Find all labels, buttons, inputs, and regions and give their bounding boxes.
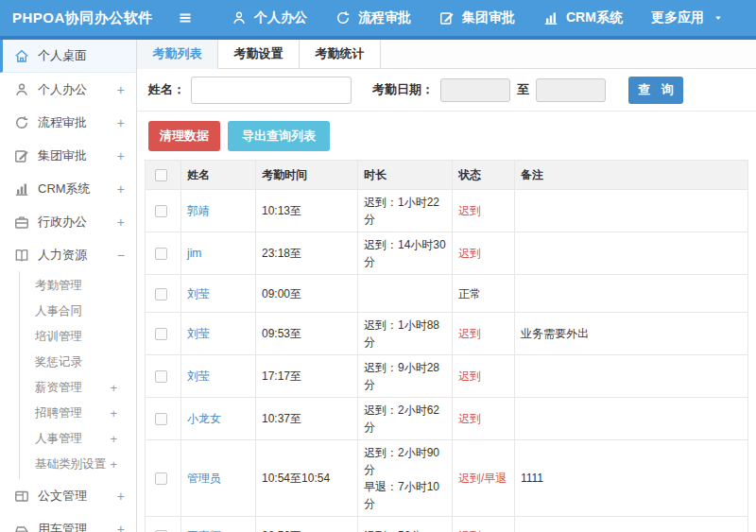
sidebar-subitem-personnel-contract[interactable]: 人事合同 xyxy=(20,299,136,324)
sidebar-subitem-attendance-management[interactable]: 考勤管理 xyxy=(20,273,136,299)
row-checkbox[interactable] xyxy=(155,472,167,485)
row-checkbox[interactable] xyxy=(155,288,167,300)
chart-icon xyxy=(14,181,29,197)
note-cell xyxy=(515,517,748,532)
attendance-time-cell: 08:56至 xyxy=(256,517,358,532)
top-nav-label: 集团审批 xyxy=(462,9,515,26)
expand-plus-icon[interactable]: + xyxy=(117,82,125,97)
tab-attendance-stats[interactable]: 考勤统计 xyxy=(300,40,381,68)
sidebar-item-group-approval[interactable]: 集团审批+ xyxy=(0,139,136,172)
tab-attendance-list[interactable]: 考勤列表 xyxy=(137,40,218,69)
tab-label: 考勤设置 xyxy=(234,46,284,60)
sidebar-item-crm-system[interactable]: CRM系统+ xyxy=(0,172,136,205)
employee-name-link[interactable]: 管理员 xyxy=(187,472,221,485)
sidebar-subitem-reward-punishment[interactable]: 奖惩记录 xyxy=(20,350,136,375)
employee-name-link[interactable]: 刘莹 xyxy=(187,287,210,300)
history-icon xyxy=(335,10,351,26)
attendance-time-cell: 09:53至 xyxy=(256,313,358,355)
employee-name-link[interactable]: 小龙女 xyxy=(187,412,221,425)
sidebar-item-vehicle-management[interactable]: 用车管理+ xyxy=(0,512,136,532)
expand-plus-icon[interactable]: + xyxy=(110,381,117,395)
row-checkbox[interactable] xyxy=(155,248,167,260)
expand-plus-icon[interactable]: + xyxy=(117,181,125,197)
row-checkbox[interactable] xyxy=(155,370,167,383)
sidebar-item-label: 个人办公 xyxy=(38,81,87,98)
duration-cell xyxy=(358,275,453,313)
sidebar-item-admin-office[interactable]: 行政办公+ xyxy=(0,205,136,238)
top-nav-crm-system[interactable]: CRM系统 xyxy=(543,9,623,26)
sidebar-item-document-management[interactable]: 公文管理+ xyxy=(0,479,136,512)
briefcase-icon xyxy=(14,215,29,230)
status-text: 迟到 xyxy=(458,327,481,340)
date-filter-label: 考勤日期： xyxy=(372,81,434,98)
sidebar-item-label: 行政办公 xyxy=(38,214,87,231)
status-cell: 迟到 xyxy=(453,190,515,232)
sidebar-subitem-base-category-settings[interactable]: 基础类别设置+ xyxy=(20,452,136,477)
sidebar-subitem-recruitment-management[interactable]: 招聘管理+ xyxy=(20,401,136,426)
document-icon xyxy=(14,489,29,504)
expand-plus-icon[interactable]: + xyxy=(117,115,125,130)
note-cell xyxy=(515,355,748,398)
column-header: 备注 xyxy=(515,161,748,190)
top-nav-more-apps[interactable]: 更多应用 xyxy=(651,9,723,26)
status-text: 正常 xyxy=(458,287,481,300)
row-checkbox[interactable] xyxy=(155,413,167,425)
employee-name-link[interactable]: jim xyxy=(187,247,201,260)
duration-cell: 迟到：2小时90分早退：7小时10分 xyxy=(358,440,453,517)
hamburger-menu-icon[interactable] xyxy=(176,10,195,26)
expand-plus-icon[interactable]: + xyxy=(117,522,125,532)
table-header-row: 姓名考勤时间时长状态备注 xyxy=(146,161,748,190)
date-to-input[interactable] xyxy=(536,78,606,102)
table-row: 刘莹17:17至迟到：9小时28分 迟到 xyxy=(146,355,748,398)
expand-plus-icon[interactable]: + xyxy=(117,148,125,163)
row-checkbox[interactable] xyxy=(155,205,167,217)
person-icon xyxy=(14,82,29,97)
top-nav-workflow-approval[interactable]: 流程审批 xyxy=(335,9,411,26)
tab-label: 考勤统计 xyxy=(316,46,365,60)
expand-plus-icon[interactable]: + xyxy=(110,406,117,420)
sidebar-subitem-training-management[interactable]: 培训管理 xyxy=(20,324,136,350)
expand-plus-icon[interactable]: + xyxy=(110,457,117,472)
top-nav-label: 流程审批 xyxy=(358,9,411,26)
employee-name-link[interactable]: 刘莹 xyxy=(187,327,210,340)
sidebar-subitem-salary-management[interactable]: 薪资管理+ xyxy=(20,375,136,401)
top-nav-label: CRM系统 xyxy=(566,9,623,26)
book-icon xyxy=(14,248,29,263)
sidebar-item-personal-office[interactable]: 个人办公+ xyxy=(0,73,136,106)
expand-plus-icon[interactable]: + xyxy=(117,215,125,230)
attendance-time-cell: 10:54至10:54 xyxy=(256,440,358,517)
employee-name-link[interactable]: 王壹辉 xyxy=(187,529,221,532)
search-button[interactable]: 查 询 xyxy=(628,77,683,104)
name-cell: 刘莹 xyxy=(181,275,256,313)
sidebar-item-personal-desktop[interactable]: 个人桌面 xyxy=(0,40,136,73)
status-cell: 迟到 xyxy=(453,355,515,398)
expand-plus-icon[interactable]: + xyxy=(117,489,125,504)
select-all-checkbox[interactable] xyxy=(155,169,167,181)
employee-name-link[interactable]: 刘莹 xyxy=(187,369,210,383)
select-all-cell xyxy=(146,161,181,190)
column-header: 考勤时间 xyxy=(256,161,358,190)
sidebar-item-human-resources[interactable]: 人力资源− xyxy=(0,238,136,271)
expand-plus-icon[interactable]: + xyxy=(110,432,117,446)
date-from-input[interactable] xyxy=(440,78,510,102)
edit-icon xyxy=(14,148,29,163)
row-checkbox-cell xyxy=(146,517,181,532)
employee-name-link[interactable]: 郭靖 xyxy=(187,204,210,217)
table-row: 王壹辉08:56至迟到：56分 迟到 xyxy=(146,517,748,532)
tab-attendance-settings[interactable]: 考勤设置 xyxy=(218,40,300,68)
name-filter-input[interactable] xyxy=(191,77,352,104)
table-row: 刘莹09:00至 正常 xyxy=(146,275,748,313)
sidebar-item-workflow-approval[interactable]: 流程审批+ xyxy=(0,106,136,139)
collapse-minus-icon[interactable]: − xyxy=(117,248,125,263)
sidebar-subitem-label: 人事合同 xyxy=(35,303,82,319)
car-icon xyxy=(14,522,29,532)
sidebar-subitem-personnel-management[interactable]: 人事管理+ xyxy=(20,426,136,452)
status-text: 迟到 xyxy=(458,412,481,425)
top-nav-personal-office[interactable]: 个人办公 xyxy=(232,9,307,26)
clear-data-button[interactable]: 清理数据 xyxy=(148,121,220,151)
name-cell: 刘莹 xyxy=(181,313,256,355)
export-list-button[interactable]: 导出查询列表 xyxy=(228,121,330,151)
name-cell: jim xyxy=(181,232,256,275)
top-nav-group-approval[interactable]: 集团审批 xyxy=(439,9,515,26)
row-checkbox[interactable] xyxy=(155,328,167,340)
